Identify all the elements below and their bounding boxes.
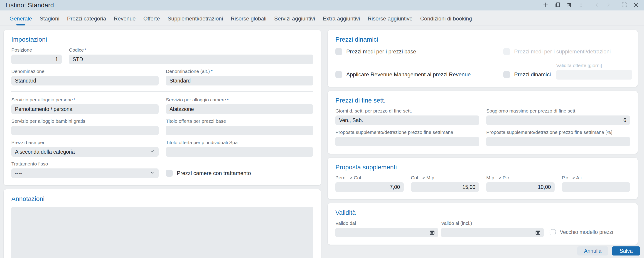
field-label: P.c. -> A.i. — [562, 175, 630, 181]
field-label: Proposta supplemento/detrazione prezzo f… — [336, 130, 479, 135]
card-prezzi-dinamici: Prezzi dinamici Prezzi medi per i prezzi… — [328, 30, 638, 87]
select-value: ---- — [15, 170, 22, 176]
chevron-down-icon — [150, 170, 155, 177]
calendar-icon[interactable] — [429, 230, 435, 235]
denominazione-alt-input[interactable] — [166, 76, 313, 85]
checkbox-icon — [503, 71, 510, 78]
prezzi-camere-trattamento-checkbox[interactable]: Prezzi camere con trattamento — [166, 170, 313, 177]
field-denominazione: Denominazione — [11, 69, 158, 85]
servizio-bambini-input[interactable] — [11, 126, 158, 135]
section-title-impostazioni: Impostazioni — [11, 36, 313, 43]
field-label: Col. -> M.p. — [411, 175, 479, 181]
previous-record-button[interactable] — [591, 0, 602, 11]
tab-risorse-globali[interactable]: Risorse globali — [231, 12, 266, 25]
chevron-left-icon — [594, 2, 600, 9]
add-button[interactable] — [540, 0, 552, 11]
servizio-persone-input[interactable] — [11, 104, 158, 114]
field-valido-al: Valido al (incl.) — [441, 220, 544, 237]
denominazione-input[interactable] — [11, 76, 158, 85]
col-mp-input[interactable] — [411, 182, 479, 192]
field-label: Codice* — [69, 47, 313, 53]
field-prezzi-camere-trattamento: Prezzi camere con trattamento — [166, 170, 313, 178]
chevron-down-icon — [150, 149, 155, 155]
tab-generale[interactable]: Generale — [10, 12, 32, 25]
required-asterisk: * — [211, 69, 212, 74]
field-label: Servizio per alloggio persone* — [11, 97, 158, 102]
field-pc-ai: P.c. -> A.i. — [562, 175, 630, 192]
field-label: Validità offerte [giorni] — [556, 63, 632, 68]
required-asterisk: * — [227, 97, 229, 102]
field-label: Pern. -> Col. — [336, 175, 404, 181]
close-icon — [633, 2, 639, 9]
prezzi-medi-base-checkbox[interactable]: Prezzi medi per i prezzi base — [336, 48, 503, 55]
codice-input[interactable] — [69, 55, 313, 64]
tab-stagioni[interactable]: Stagioni — [40, 12, 60, 25]
tab-servizi-aggiuntivi[interactable]: Servizi aggiuntivi — [274, 12, 315, 25]
footer-actions: Annulla Salva — [577, 246, 640, 255]
checkbox-icon — [336, 71, 342, 78]
checkbox-icon — [503, 48, 510, 55]
save-button[interactable]: Salva — [612, 246, 640, 255]
required-asterisk: * — [85, 47, 86, 53]
field-label: Valido dal — [336, 220, 438, 226]
cancel-button[interactable]: Annulla — [577, 246, 608, 255]
duplicate-button[interactable] — [552, 0, 563, 11]
tab-prezzi-categoria[interactable]: Prezzi categoria — [67, 12, 106, 25]
field-label: Posizione — [11, 47, 62, 53]
proposta-supplemento-pct-input[interactable] — [486, 137, 630, 146]
field-servizio-bambini: Servizio per alloggio bambini gratis — [11, 118, 158, 135]
field-giorni-fine-sett: Giorni d. sett. per prezzo di fine sett. — [336, 108, 479, 125]
pern-col-input[interactable] — [336, 182, 404, 192]
kebab-menu-icon — [578, 2, 584, 9]
validita-offerte-input[interactable] — [556, 70, 632, 80]
close-button[interactable] — [630, 0, 642, 11]
valido-al-input[interactable] — [441, 228, 544, 237]
next-record-button[interactable] — [602, 0, 614, 11]
field-trattamento-fisso: Trattamento fisso ---- — [11, 161, 158, 178]
calendar-icon[interactable] — [535, 230, 541, 235]
field-proposta-supplemento-pct: Proposta supplemento/detrazione prezzo f… — [486, 130, 630, 146]
tab-offerte[interactable]: Offerte — [144, 12, 160, 25]
fullscreen-button[interactable] — [618, 0, 630, 11]
mp-pc-input[interactable] — [486, 182, 554, 192]
giorni-fine-sett-input[interactable] — [336, 115, 479, 125]
titolo-offerta-base-input[interactable] — [166, 126, 313, 135]
tab-risorse-aggiuntive[interactable]: Risorse aggiuntive — [368, 12, 412, 25]
card-prezzi-fine-settimana: Prezzi di fine sett. Giorni d. sett. per… — [328, 91, 638, 154]
field-codice: Codice* — [69, 47, 313, 64]
delete-button[interactable] — [563, 0, 575, 11]
soggiorno-massimo-input[interactable] — [486, 115, 630, 125]
prezzi-medi-supplementi-checkbox[interactable]: Prezzi medi per i supplementi/detrazioni — [503, 48, 611, 55]
header-toolbar — [540, 0, 642, 11]
proposta-supplemento-input[interactable] — [336, 137, 479, 146]
field-label: Valido al (incl.) — [441, 220, 544, 226]
servizio-camere-input[interactable] — [166, 104, 313, 114]
field-mp-pc: M.p. -> P.c. — [486, 175, 554, 192]
field-label: Servizio per alloggio camere* — [166, 97, 313, 102]
field-posizione: Posizione — [11, 47, 62, 64]
annotazioni-textarea[interactable] — [11, 207, 313, 258]
field-label: Denominazione — [11, 69, 158, 74]
revenue-management-checkbox[interactable]: Applicare Revenue Management ai prezzi R… — [336, 71, 503, 78]
more-options-button[interactable] — [575, 0, 587, 11]
tab-condizioni-booking[interactable]: Condizioni di booking — [420, 12, 472, 25]
prezzi-dinamici-checkbox[interactable]: Prezzi dinamici — [503, 71, 551, 78]
trash-icon — [566, 2, 572, 9]
tab-extra-aggiuntivi[interactable]: Extra aggiuntivi — [323, 12, 360, 25]
posizione-input[interactable] — [11, 55, 62, 64]
section-title-annotazioni: Annotazioni — [11, 195, 313, 203]
valido-dal-input[interactable] — [336, 228, 438, 237]
tab-revenue[interactable]: Revenue — [114, 12, 136, 25]
field-label: Giorni d. sett. per prezzo di fine sett. — [336, 108, 479, 114]
trattamento-fisso-select[interactable]: ---- — [11, 168, 158, 178]
right-column: Prezzi dinamici Prezzi medi per i prezzi… — [328, 30, 638, 244]
card-annotazioni: Annotazioni — [4, 189, 321, 258]
prezzi-base-per-select[interactable]: A seconda della categoria — [11, 147, 158, 157]
tab-supplementi-detrazioni[interactable]: Supplementi/detrazioni — [168, 12, 223, 25]
vecchio-modello-prezzi-checkbox[interactable]: Vecchio modello prezzi — [550, 229, 613, 235]
titolo-offerta-spa-input[interactable] — [166, 147, 313, 157]
pc-ai-input[interactable] — [562, 182, 630, 192]
plus-icon — [542, 2, 549, 9]
field-label: Trattamento fisso — [11, 161, 158, 167]
card-proposta-supplementi: Proposta supplementi Pern. -> Col. Col. … — [328, 158, 638, 199]
